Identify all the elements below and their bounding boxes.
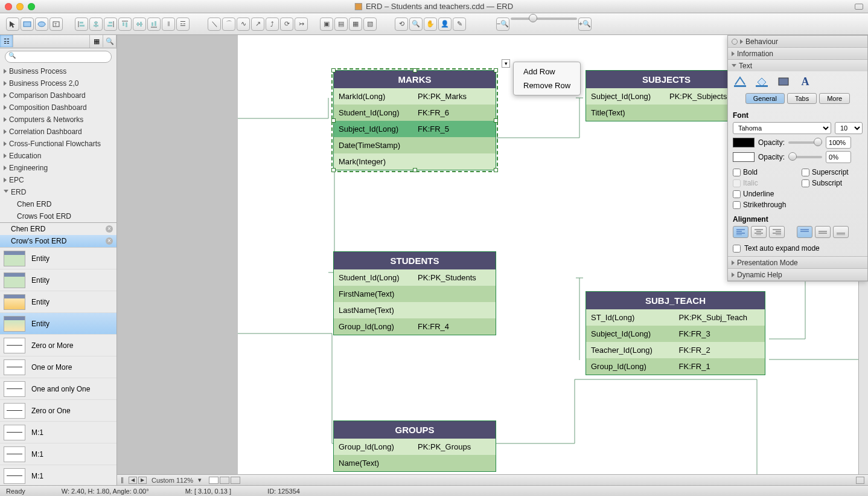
tree-item[interactable]: Education	[0, 150, 116, 162]
section-help[interactable]: Dynamic Help	[728, 269, 867, 280]
align-left-tool[interactable]	[75, 18, 88, 31]
tree-item[interactable]: Correlation Dashboard	[0, 126, 116, 138]
tree-item[interactable]: Engineering	[0, 162, 116, 174]
tree-item[interactable]: Business Process 2,0	[0, 77, 116, 89]
smart-connector-tool[interactable]: ⤴	[266, 18, 279, 31]
back-tool[interactable]: ▧	[363, 18, 377, 31]
entity-row[interactable]: Group_Id(Long)PK:PK_Groups	[334, 439, 496, 455]
tree-item[interactable]: Chen ERD	[0, 198, 116, 210]
check-underline[interactable]: Underline	[733, 190, 793, 198]
zoom-in-button[interactable]: +🔍	[578, 18, 592, 31]
entity-row[interactable]: Date(TimeStamp)	[334, 137, 496, 153]
page-nav-buttons[interactable]: ◀▶	[129, 477, 147, 484]
pointer-tool[interactable]	[6, 18, 19, 31]
zoom-slider[interactable]	[511, 18, 577, 20]
shape-item[interactable]: Entity	[0, 313, 116, 335]
align-center-button[interactable]	[751, 226, 767, 238]
ellipse-tool[interactable]	[35, 18, 48, 31]
edit-tool[interactable]: ✎	[453, 18, 466, 31]
entity-row[interactable]: Group_Id(Long)FK:FR_4	[334, 318, 496, 335]
entity-row[interactable]: Title(Text)	[586, 105, 747, 121]
fill-color-icon[interactable]	[755, 75, 769, 88]
entity-row[interactable]: Subject_Id(Long)PK:PK_Subjects	[586, 88, 747, 105]
close-icon[interactable]: ×	[106, 237, 113, 245]
align-left-button[interactable]	[733, 226, 748, 238]
front-tool[interactable]: ▦	[349, 18, 362, 31]
shape-item[interactable]: M:1	[0, 443, 116, 465]
close-icon[interactable]	[5, 3, 12, 10]
stroke-opacity-slider[interactable]	[788, 156, 822, 158]
group-tool[interactable]: ▣	[320, 18, 333, 31]
font-family-select[interactable]: Tahoma	[733, 122, 831, 134]
valign-middle-button[interactable]	[815, 226, 831, 238]
align-right-tool[interactable]	[104, 18, 117, 31]
spline-tool[interactable]: ∿	[237, 18, 250, 31]
font-size-select[interactable]: 10	[835, 122, 863, 134]
tab-more[interactable]: More	[819, 93, 850, 104]
zoom-out-button[interactable]: −🔍	[496, 18, 509, 31]
open-library-item[interactable]: Crow's Foot ERD×	[0, 235, 116, 247]
fill-opacity-input[interactable]	[826, 137, 851, 149]
shape-item[interactable]: M:1	[0, 465, 116, 485]
distribute-v-tool[interactable]: ☲	[176, 18, 190, 31]
section-presentation[interactable]: Presentation Mode	[728, 257, 867, 268]
zoom-icon[interactable]	[28, 3, 35, 10]
entity-row[interactable]: Student_Id(Long)PK:PK_Students	[334, 269, 496, 286]
entity-row[interactable]: MarkId(Long)PK:PK_Marks	[334, 88, 496, 105]
action-tag-icon[interactable]: ▾	[502, 59, 510, 68]
stroke-swatch[interactable]	[733, 152, 755, 162]
entity-row[interactable]: Teacher_Id(Long)FK:FR_2	[586, 342, 765, 358]
shape-item[interactable]: One or More	[0, 356, 116, 378]
entity-row[interactable]: Name(Text)	[334, 455, 496, 471]
tree-item[interactable]: Business Process	[0, 65, 116, 77]
arc-tool[interactable]: ⌒	[222, 18, 235, 31]
sidebar-tab-grid[interactable]: ▦	[90, 35, 103, 47]
tree-item[interactable]: Cross-Functional Flowcharts	[0, 138, 116, 150]
check-italic[interactable]: Italic	[733, 179, 793, 187]
entity-row[interactable]: Student_Id(Long)FK:FR_6	[334, 105, 496, 121]
shape-item[interactable]: One and only One	[0, 378, 116, 400]
tree-item[interactable]: ERD	[0, 186, 116, 198]
connector-tool[interactable]: ↗	[251, 18, 264, 31]
fill-swatch[interactable]	[733, 138, 755, 147]
sidebar-tab-search[interactable]: 🔍	[103, 35, 116, 47]
arrow-connector-tool[interactable]: ↣	[295, 18, 308, 31]
entity-row[interactable]: LastName(Text)	[334, 302, 496, 318]
canvas[interactable]: MARKS MarkId(Long)PK:PK_MarksStudent_Id(…	[117, 35, 868, 485]
align-middle-tool[interactable]	[133, 18, 146, 31]
tree-item[interactable]: Computers & Networks	[0, 114, 116, 126]
entity-groups[interactable]: GROUPS Group_Id(Long)PK:PK_GroupsName(Te…	[333, 420, 496, 472]
shape-item[interactable]: Entity	[0, 269, 116, 291]
check-autoexpand[interactable]: Text auto expand mode	[733, 244, 863, 253]
align-bottom-tool[interactable]	[147, 18, 161, 31]
person-tool[interactable]: 👤	[438, 18, 452, 31]
tree-item[interactable]: EPC	[0, 174, 116, 186]
entity-row[interactable]: Subject_Id(Long)FK:FR_3	[586, 326, 765, 342]
text-tool[interactable]: T	[49, 18, 63, 31]
valign-bottom-button[interactable]	[833, 226, 849, 238]
tab-general[interactable]: General	[745, 93, 785, 104]
underline-color-icon[interactable]	[733, 75, 747, 88]
check-sub[interactable]: Subscript	[802, 179, 862, 187]
entity-subj-teach[interactable]: SUBJ_TEACH ST_Id(Long)PK:PK_Subj_TeachSu…	[586, 291, 765, 375]
entity-row[interactable]: Subject_Id(Long)FK:FR_5	[334, 121, 496, 137]
round-connector-tool[interactable]: ⟳	[280, 18, 293, 31]
tab-tabs[interactable]: Tabs	[787, 93, 817, 104]
font-glyph-icon[interactable]: A	[798, 75, 812, 88]
sidebar-tab-tree[interactable]: ☷	[0, 35, 13, 47]
menu-add-row[interactable]: Add Row	[514, 65, 580, 79]
valign-top-button[interactable]	[797, 226, 812, 238]
tree-item[interactable]: Crows Foot ERD	[0, 210, 116, 222]
box-icon[interactable]	[776, 75, 791, 88]
tree-item[interactable]: Comparison Dashboard	[0, 89, 116, 101]
check-strike[interactable]: Strikethrough	[733, 201, 793, 209]
rect-tool[interactable]	[21, 18, 34, 31]
entity-subjects[interactable]: SUBJECTS Subject_Id(Long)PK:PK_SubjectsT…	[586, 70, 747, 121]
hand-tool[interactable]: ✋	[424, 18, 437, 31]
zoom-tool[interactable]: 🔍	[409, 18, 423, 31]
page-add-icon[interactable]	[856, 477, 864, 484]
tree-item[interactable]: Composition Dashboard	[0, 101, 116, 114]
fullscreen-icon[interactable]	[855, 4, 863, 10]
search-input[interactable]	[5, 51, 112, 63]
align-right-button[interactable]	[769, 226, 785, 238]
